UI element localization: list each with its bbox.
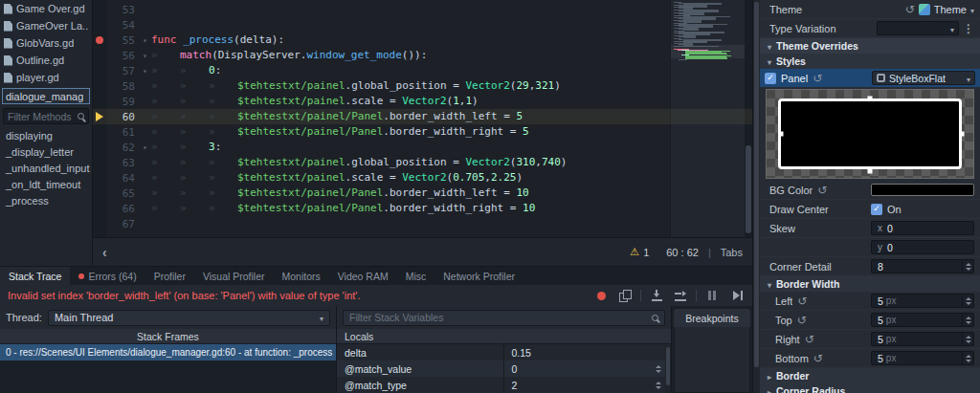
border-handle[interactable] <box>779 132 784 137</box>
debugger-tab[interactable]: Misc <box>397 267 435 285</box>
code-text[interactable]: »»»$tehtestxt/painel/Panel.border_width_… <box>151 186 752 201</box>
code-text[interactable]: »»»$tehtestxt/painel/Panel.border_width_… <box>151 124 752 140</box>
local-value[interactable]: 2 <box>504 377 672 393</box>
revert-icon[interactable] <box>817 185 827 196</box>
revert-icon[interactable] <box>813 353 823 364</box>
method-list-item[interactable]: displaying <box>0 128 92 144</box>
fold-toggle[interactable]: ▾ <box>139 67 151 76</box>
value-spinner[interactable] <box>962 314 973 326</box>
copy-error-button[interactable] <box>616 288 634 303</box>
revert-icon[interactable] <box>905 4 915 15</box>
scrollbar-thumb[interactable] <box>666 347 670 385</box>
break-button[interactable] <box>703 288 721 303</box>
section-border-width[interactable]: Border Width <box>760 276 980 292</box>
scrollbar-thumb[interactable] <box>754 2 759 367</box>
chevron-down-icon[interactable] <box>970 4 974 15</box>
code-line[interactable]: 59»»»$tehtestxt/painel.scale = Vector2(1… <box>93 94 752 109</box>
kebab-menu-icon[interactable] <box>963 22 974 35</box>
override-checkbox[interactable] <box>765 73 776 84</box>
code-text[interactable]: »match(DisplayServer.window_get_mode()): <box>151 48 752 63</box>
breakpoints-tab[interactable]: Breakpoints <box>674 309 750 327</box>
skip-breakpoints-button[interactable] <box>592 288 610 303</box>
filter-methods-input[interactable] <box>8 111 75 122</box>
number-input[interactable]: 5px <box>871 313 974 327</box>
value-spinner[interactable] <box>962 295 973 307</box>
code-line[interactable]: 54 <box>93 17 752 33</box>
breakpoint-gutter[interactable] <box>93 78 107 94</box>
step-into-button[interactable] <box>648 288 665 303</box>
code-text[interactable]: »»3: <box>151 140 752 155</box>
number-input[interactable]: 5px <box>871 351 974 365</box>
number-input[interactable]: 5px <box>871 332 974 346</box>
script-file-item[interactable]: GameOver La... <box>0 17 92 34</box>
indent-mode[interactable]: Tabs <box>721 247 743 258</box>
revert-icon[interactable] <box>805 334 814 345</box>
code-line[interactable]: 64»»»$tehtestxt/painel.scale = Vector2(0… <box>93 170 752 186</box>
code-text[interactable]: »»»$tehtestxt/painel.global_position = V… <box>151 155 752 170</box>
fold-toggle[interactable]: ▾ <box>139 143 151 152</box>
code-text[interactable]: »»»$tehtestxt/painel/Panel.border_width_… <box>151 109 752 124</box>
breakpoint-gutter[interactable] <box>93 48 107 63</box>
debugger-tab[interactable]: Video RAM <box>329 267 397 285</box>
fold-toggle[interactable]: ▾ <box>139 52 151 60</box>
code-line[interactable]: 57▾»»0: <box>93 63 752 78</box>
warning-count[interactable]: 1 <box>643 247 649 258</box>
code-line[interactable]: 55▾func _process(delta): <box>93 33 752 48</box>
value-spinner[interactable] <box>962 333 973 345</box>
thread-select[interactable]: Main Thread <box>48 310 330 326</box>
section-corner-radius[interactable]: Corner Radius <box>760 383 980 393</box>
draw-center-checkbox[interactable] <box>871 204 882 215</box>
method-list-item[interactable]: _display_letter <box>0 144 92 161</box>
skew-y-input[interactable]: y 0 <box>871 240 974 254</box>
continue-button[interactable] <box>727 288 745 303</box>
code-line[interactable]: 58»»»$tehtestxt/painel.global_position =… <box>93 78 752 94</box>
stylebox-preview[interactable] <box>766 89 974 179</box>
stylebox-resource-picker[interactable]: StyleBoxFlat <box>872 71 975 85</box>
script-file-item[interactable]: Outline.gd <box>0 52 92 69</box>
stylebox-panel-row[interactable]: Panel StyleBoxFlat <box>760 69 980 87</box>
breakpoint-gutter[interactable] <box>93 63 107 78</box>
value-spinner[interactable] <box>656 382 661 389</box>
corner-detail-input[interactable]: 8 <box>871 259 974 273</box>
bg-color-swatch[interactable] <box>871 184 974 196</box>
script-file-item-selected[interactable]: dialogue_manag <box>2 88 90 104</box>
section-theme-overrides[interactable]: Theme Overrides <box>760 38 980 54</box>
breakpoint-gutter[interactable] <box>93 94 107 109</box>
revert-icon[interactable] <box>813 73 822 84</box>
breakpoint-gutter[interactable] <box>93 17 107 33</box>
border-handle[interactable] <box>960 132 965 137</box>
local-value[interactable]: 0 <box>504 360 672 377</box>
value-spinner[interactable] <box>962 352 973 364</box>
debugger-tab[interactable]: Monitors <box>274 267 329 285</box>
debugger-tab[interactable]: Profiler <box>145 267 194 285</box>
inspector-scrollbar[interactable] <box>753 0 760 393</box>
local-value[interactable]: 0.15 <box>504 344 672 360</box>
fold-toggle[interactable]: ▾ <box>139 36 151 45</box>
border-handle[interactable] <box>868 97 873 101</box>
code-text[interactable]: »»»$tehtestxt/painel.scale = Vector2(1,1… <box>151 94 752 109</box>
warning-icon[interactable] <box>630 246 639 258</box>
locals-scrollbar[interactable] <box>665 345 671 393</box>
breakpoint-gutter[interactable] <box>93 186 107 201</box>
debugger-tab[interactable]: Visual Profiler <box>194 267 274 285</box>
code-text[interactable]: »»0: <box>151 63 752 78</box>
debugger-tab[interactable]: Stack Trace <box>0 267 70 285</box>
breakpoint-gutter[interactable] <box>93 2 107 17</box>
breakpoint-gutter[interactable] <box>93 216 107 231</box>
script-file-item[interactable]: Game Over.gd <box>0 0 92 17</box>
breakpoint-gutter[interactable] <box>93 155 107 170</box>
value-spinner[interactable] <box>656 365 661 373</box>
code-line[interactable]: 56▾»match(DisplayServer.window_get_mode(… <box>93 48 752 63</box>
stack-frame-row[interactable]: 0 - res://Scenes/UI Elements/dialogue_ma… <box>0 344 336 360</box>
locals-row[interactable]: delta0.15 <box>337 344 671 360</box>
method-list-item[interactable]: _unhandled_input <box>0 161 92 177</box>
section-border[interactable]: Border <box>760 368 980 383</box>
code-line[interactable]: 62▾»»3: <box>93 140 752 155</box>
debugger-tab[interactable]: Errors (64) <box>70 267 145 285</box>
breakpoint-gutter[interactable] <box>93 109 107 124</box>
code-line[interactable]: 53 <box>93 2 752 17</box>
revert-icon[interactable] <box>797 295 807 307</box>
code-line[interactable]: 66»»»$tehtestxt/painel/Panel.border_widt… <box>93 201 752 216</box>
breakpoint-gutter[interactable] <box>93 140 107 155</box>
locals-row[interactable]: @match_type2 <box>337 377 671 393</box>
